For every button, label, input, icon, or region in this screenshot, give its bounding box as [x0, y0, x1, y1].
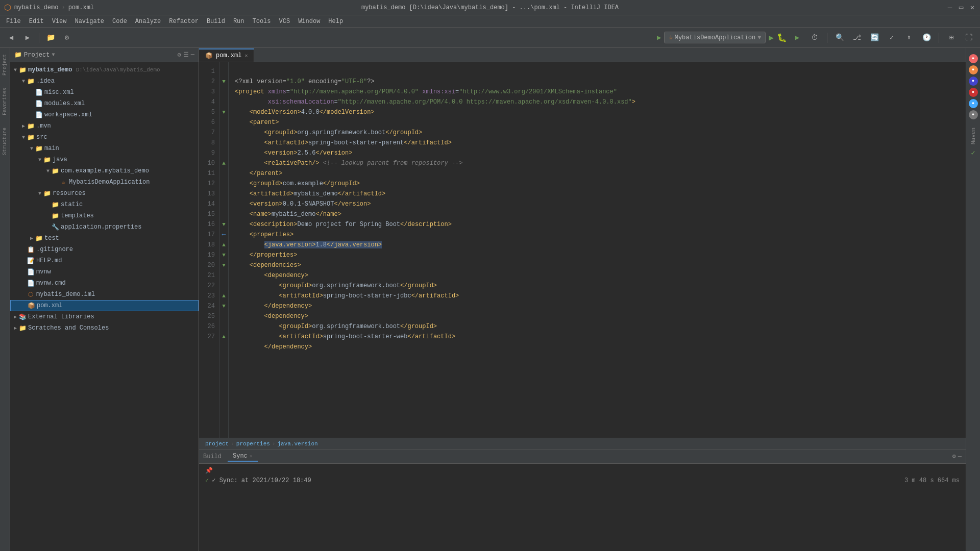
- run-config-icon2: ☕: [669, 34, 672, 41]
- code-editor[interactable]: 12345 678910 1112131415 1617181920 21222…: [199, 62, 966, 438]
- tree-com[interactable]: ▼ 📁 com.example.mybatis_demo: [10, 165, 199, 177]
- layout-button[interactable]: ⊞: [944, 31, 959, 45]
- maven-label[interactable]: Maven: [970, 123, 976, 148]
- profile-button[interactable]: ⏱: [807, 31, 822, 45]
- sync-action[interactable]: ⚙: [178, 51, 181, 59]
- tree-approp[interactable]: 🔧 application.properties: [10, 221, 199, 233]
- dropdown-arrow[interactable]: ▼: [52, 52, 55, 58]
- tree-resources[interactable]: ▼ 📁 resources: [10, 188, 199, 199]
- menu-help[interactable]: Help: [324, 17, 347, 26]
- tree-src[interactable]: ▼ 📁 src: [10, 132, 199, 143]
- bottom-settings-icon[interactable]: ⚙: [952, 453, 956, 460]
- tree-arrow-main: ▼: [29, 146, 35, 152]
- maven-icon: 📦: [27, 302, 35, 310]
- tree-label-gitignore: .gitignore: [36, 246, 73, 253]
- xml-icon-workspace: 📄: [35, 111, 43, 119]
- tree-static[interactable]: 📁 static: [10, 199, 199, 210]
- breadcrumb-item-1[interactable]: properties: [236, 441, 270, 447]
- browser-icon-5[interactable]: ●: [969, 99, 978, 108]
- folder-icon-root: 📁: [18, 66, 27, 74]
- tree-pomxml[interactable]: 📦 pom.xml: [10, 300, 199, 311]
- menu-tools[interactable]: Tools: [249, 17, 275, 26]
- minus-icon[interactable]: —: [191, 51, 194, 59]
- menu-code[interactable]: Code: [108, 17, 131, 26]
- gear-icon[interactable]: ☰: [183, 51, 189, 59]
- right-sidebar: ● ● ● ● ● ● Maven ✓: [966, 48, 980, 551]
- run-configuration-selector[interactable]: ☕ MybatisDemoApplication ▼: [664, 32, 766, 43]
- menu-edit[interactable]: Edit: [25, 17, 48, 26]
- tree-templates[interactable]: 📁 templates: [10, 210, 199, 221]
- close-button[interactable]: ✕: [969, 4, 976, 11]
- breadcrumb-item-2[interactable]: java.version: [277, 441, 317, 447]
- sync-tab-close[interactable]: ✕: [250, 453, 253, 459]
- md-icon: 📝: [27, 257, 35, 265]
- browser-icon-4[interactable]: ●: [969, 88, 978, 97]
- menu-view[interactable]: View: [48, 17, 71, 26]
- browser-icon-1[interactable]: ●: [969, 54, 978, 63]
- update-button[interactable]: 🔄: [867, 31, 881, 45]
- browser-icon-6[interactable]: ●: [969, 110, 978, 119]
- bottom-panel: Build Sync ✕ ⚙ — 📌 ✓ ✓ Sync: at 2021/10/…: [199, 449, 966, 551]
- tree-test[interactable]: ▶ 📁 test: [10, 233, 199, 244]
- menu-vcs[interactable]: VCS: [275, 17, 295, 26]
- menu-window[interactable]: Window: [294, 17, 324, 26]
- pin-icon[interactable]: 📌: [205, 467, 213, 474]
- tree-workspace[interactable]: 📄 workspace.xml: [10, 109, 199, 120]
- tree-misc[interactable]: 📄 misc.xml: [10, 87, 199, 98]
- breadcrumb-item-0[interactable]: project: [205, 441, 229, 447]
- forward-button[interactable]: ▶: [20, 31, 35, 45]
- project-view-button[interactable]: 📁: [43, 31, 58, 45]
- bottom-tab-sync[interactable]: Sync ✕: [228, 452, 258, 462]
- search-button[interactable]: 🔍: [832, 31, 847, 45]
- tree-arrow-root: ▼: [12, 67, 18, 73]
- tree-mvn[interactable]: ▶ 📁 .mvn: [10, 120, 199, 132]
- tree-idea[interactable]: ▼ 📁 .idea: [10, 76, 199, 87]
- tab-pomxml[interactable]: 📦 pom.xml ✕: [199, 48, 254, 62]
- title-left: ⬡ mybatis_demo › pom.xml: [4, 3, 94, 13]
- tree-gitignore[interactable]: 📋 .gitignore: [10, 244, 199, 255]
- fullscreen-button[interactable]: ⛶: [962, 31, 976, 45]
- sync-status-line: ✓ ✓ Sync: at 2021/10/22 18:49 3 m 48 s 6…: [205, 477, 960, 484]
- menu-refactor[interactable]: Refactor: [165, 17, 203, 26]
- run-button[interactable]: ▶: [769, 33, 774, 43]
- browser-icon-2[interactable]: ●: [969, 65, 978, 74]
- folder-icon-mvn: 📁: [27, 122, 35, 130]
- menu-run[interactable]: Run: [229, 17, 249, 26]
- back-button[interactable]: ◀: [4, 31, 18, 45]
- maximize-button[interactable]: ▭: [958, 4, 965, 11]
- menu-build[interactable]: Build: [203, 17, 229, 26]
- project-tab[interactable]: Project: [1, 48, 9, 82]
- tree-helpmd[interactable]: 📝 HELP.md: [10, 255, 199, 266]
- history-button[interactable]: 🕐: [919, 31, 934, 45]
- tree-mybatisiml[interactable]: ⬡ mybatis_demo.iml: [10, 289, 199, 300]
- debug-button[interactable]: 🐛: [777, 33, 787, 43]
- tree-mvnwcmd[interactable]: 📄 mvnw.cmd: [10, 278, 199, 289]
- project-name: mybatis_demo: [14, 4, 58, 11]
- tree-mvnw[interactable]: 📄 mvnw: [10, 266, 199, 278]
- favorites-tab[interactable]: Favorites: [1, 82, 9, 121]
- coverage-button[interactable]: ▶: [790, 31, 804, 45]
- xml-icon-misc: 📄: [35, 89, 43, 96]
- menu-analyze[interactable]: Analyze: [131, 17, 165, 26]
- browser-icon-3[interactable]: ●: [969, 77, 978, 86]
- menu-navigate[interactable]: Navigate: [70, 17, 108, 26]
- tree-scratches[interactable]: ▶ 📁 Scratches and Consoles: [10, 322, 199, 334]
- structure-tab[interactable]: Structure: [1, 121, 9, 161]
- tree-app[interactable]: ☕ MybatisDemoApplication: [10, 177, 199, 188]
- tree-java[interactable]: ▼ 📁 java: [10, 154, 199, 165]
- commit-button[interactable]: ✓: [885, 31, 899, 45]
- push-button[interactable]: ⬆: [902, 31, 916, 45]
- toolbar-sep3: [939, 33, 939, 43]
- git-button[interactable]: ⎇: [850, 31, 864, 45]
- minimize-button[interactable]: —: [946, 4, 953, 11]
- tree-extlibs[interactable]: ▶ 📚 External Libraries: [10, 311, 199, 322]
- bottom-minimize-icon[interactable]: —: [958, 453, 962, 460]
- code-content[interactable]: <?xml version="1.0" encoding="UTF-8"?> <…: [229, 62, 966, 438]
- breadcrumb: project › properties › java.version: [199, 438, 966, 449]
- settings-button[interactable]: ⚙: [60, 31, 74, 45]
- tab-close-button[interactable]: ✕: [244, 53, 248, 59]
- tree-main[interactable]: ▼ 📁 main: [10, 143, 199, 154]
- tree-modules[interactable]: 📄 modules.xml: [10, 98, 199, 109]
- menu-file[interactable]: File: [2, 17, 25, 26]
- tree-root[interactable]: ▼ 📁 mybatis_demo D:\idea\Java\mybatis_de…: [10, 64, 199, 76]
